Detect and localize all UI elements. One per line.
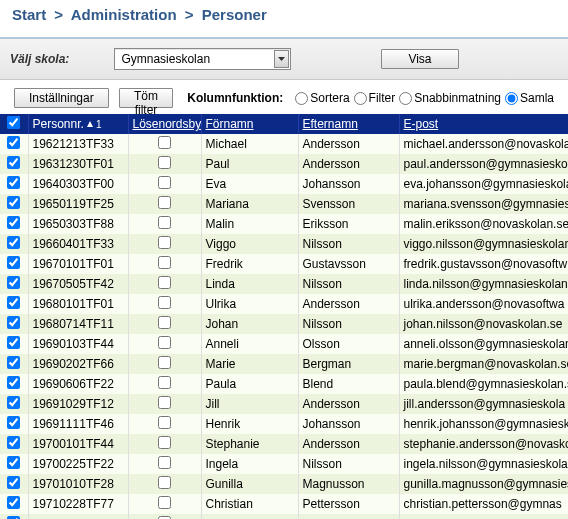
cell-email: eva.johansson@gymnasieskola [399, 174, 568, 194]
cell-firstname: Fredrik [201, 254, 298, 274]
table-row[interactable]: 19690202TF66MarieBergmanmarie.bergman@no… [0, 354, 568, 374]
toolbar: Inställningar Töm filter Kolumnfunktion:… [0, 80, 568, 114]
row-select[interactable] [0, 354, 28, 374]
cell-password-change[interactable] [128, 274, 201, 294]
header-email[interactable]: E-post [399, 114, 568, 134]
cell-personnr: 19710228TF77 [28, 494, 128, 514]
row-select[interactable] [0, 134, 28, 154]
cell-firstname: Ingela [201, 454, 298, 474]
table-row[interactable]: 19621213TF33MichaelAnderssonmichael.ande… [0, 134, 568, 154]
cell-email: ulrika.andersson@novasoftwa [399, 294, 568, 314]
sort-index: 1 [96, 119, 102, 130]
cell-personnr: 19701010TF28 [28, 474, 128, 494]
table-row[interactable]: 19670101TF01FredrikGustavssonfredrik.gus… [0, 254, 568, 274]
cell-password-change[interactable] [128, 414, 201, 434]
cell-lastname: Nilsson [298, 314, 399, 334]
row-select[interactable] [0, 374, 28, 394]
cell-password-change[interactable] [128, 214, 201, 234]
cell-email: fredrik.gustavsson@novasoftw [399, 254, 568, 274]
clear-filter-button[interactable]: Töm filter [119, 88, 174, 108]
row-select[interactable] [0, 414, 28, 434]
table-row[interactable]: 19710910TF99CarlHagbergcarl.hagberg@gymn… [0, 514, 568, 519]
settings-button[interactable]: Inställningar [14, 88, 109, 108]
cell-firstname: Michael [201, 134, 298, 154]
table-row[interactable]: 19680714TF11JohanNilssonjohan.nilsson@no… [0, 314, 568, 334]
table-row[interactable]: 19660401TF33ViggoNilssonviggo.nilsson@gy… [0, 234, 568, 254]
cell-password-change[interactable] [128, 434, 201, 454]
row-select[interactable] [0, 314, 28, 334]
chevron-down-icon[interactable] [274, 50, 289, 68]
radio-quick[interactable]: Snabbinmatning [399, 91, 501, 105]
table-row[interactable]: 19631230TF01PaulAnderssonpaul.andersson@… [0, 154, 568, 174]
cell-email: carl.hagberg@gymnasieskolan. [399, 514, 568, 519]
header-firstname[interactable]: Förnamn [201, 114, 298, 134]
row-select[interactable] [0, 434, 28, 454]
cell-lastname: Nilsson [298, 454, 399, 474]
cell-lastname: Olsson [298, 334, 399, 354]
cell-password-change[interactable] [128, 314, 201, 334]
cell-personnr: 19670101TF01 [28, 254, 128, 274]
table-row[interactable]: 19670505TF42LindaNilssonlinda.nilsson@gy… [0, 274, 568, 294]
cell-password-change[interactable] [128, 174, 201, 194]
table-row[interactable]: 19650119TF25MarianaSvenssonmariana.svens… [0, 194, 568, 214]
header-lastname[interactable]: Efternamn [298, 114, 399, 134]
header-select-all[interactable] [0, 114, 28, 134]
table-row[interactable]: 19690103TF44AnneliOlssonanneli.olsson@gy… [0, 334, 568, 354]
cell-password-change[interactable] [128, 234, 201, 254]
table-row[interactable]: 19691111TF46HenrikJohanssonhenrik.johans… [0, 414, 568, 434]
table-row[interactable]: 19701010TF28GunillaMagnussongunilla.magn… [0, 474, 568, 494]
cell-password-change[interactable] [128, 134, 201, 154]
row-select[interactable] [0, 334, 28, 354]
sort-asc-icon [86, 117, 94, 131]
radio-collect[interactable]: Samla [505, 91, 554, 105]
svg-marker-0 [278, 57, 285, 61]
row-select[interactable] [0, 174, 28, 194]
header-password-change[interactable]: Lösenordsbyte [128, 114, 201, 134]
table-row[interactable]: 19690606TF22PaulaBlendpaula.blend@gymnas… [0, 374, 568, 394]
cell-password-change[interactable] [128, 454, 201, 474]
table-row[interactable]: 19680101TF01UlrikaAnderssonulrika.anders… [0, 294, 568, 314]
radio-filter[interactable]: Filter [354, 91, 396, 105]
cell-lastname: Andersson [298, 294, 399, 314]
radio-sort[interactable]: Sortera [295, 91, 349, 105]
row-select[interactable] [0, 494, 28, 514]
cell-password-change[interactable] [128, 194, 201, 214]
table-row[interactable]: 19710228TF77ChristianPetterssonchristian… [0, 494, 568, 514]
row-select[interactable] [0, 194, 28, 214]
row-select[interactable] [0, 514, 28, 519]
show-button[interactable]: Visa [381, 49, 458, 69]
row-select[interactable] [0, 474, 28, 494]
breadcrumb-admin[interactable]: Administration [71, 6, 177, 23]
table-row[interactable]: 19650303TF88MalinErikssonmalin.eriksson@… [0, 214, 568, 234]
row-select[interactable] [0, 274, 28, 294]
row-select[interactable] [0, 254, 28, 274]
cell-firstname: Mariana [201, 194, 298, 214]
table-row[interactable]: 19640303TF00EvaJohanssoneva.johansson@gy… [0, 174, 568, 194]
breadcrumb-start[interactable]: Start [12, 6, 46, 23]
cell-password-change[interactable] [128, 474, 201, 494]
cell-password-change[interactable] [128, 354, 201, 374]
cell-password-change[interactable] [128, 494, 201, 514]
header-personnr[interactable]: Personnr. 1 [28, 114, 128, 134]
cell-personnr: 19690103TF44 [28, 334, 128, 354]
row-select[interactable] [0, 454, 28, 474]
cell-email: gunilla.magnusson@gymnasies [399, 474, 568, 494]
cell-password-change[interactable] [128, 154, 201, 174]
table-row[interactable]: 19700225TF22IngelaNilssoningela.nilsson@… [0, 454, 568, 474]
cell-password-change[interactable] [128, 394, 201, 414]
row-select[interactable] [0, 214, 28, 234]
cell-password-change[interactable] [128, 514, 201, 519]
table-row[interactable]: 19691029TF12JillAnderssonjill.andersson@… [0, 394, 568, 414]
cell-password-change[interactable] [128, 294, 201, 314]
cell-password-change[interactable] [128, 374, 201, 394]
row-select[interactable] [0, 394, 28, 414]
cell-password-change[interactable] [128, 254, 201, 274]
cell-password-change[interactable] [128, 334, 201, 354]
row-select[interactable] [0, 154, 28, 174]
school-select[interactable]: Gymnasieskolan [114, 48, 291, 70]
breadcrumb-personer[interactable]: Personer [202, 6, 267, 23]
row-select[interactable] [0, 294, 28, 314]
row-select[interactable] [0, 234, 28, 254]
table-row[interactable]: 19700101TF44StephanieAnderssonstephanie.… [0, 434, 568, 454]
cell-firstname: Paula [201, 374, 298, 394]
